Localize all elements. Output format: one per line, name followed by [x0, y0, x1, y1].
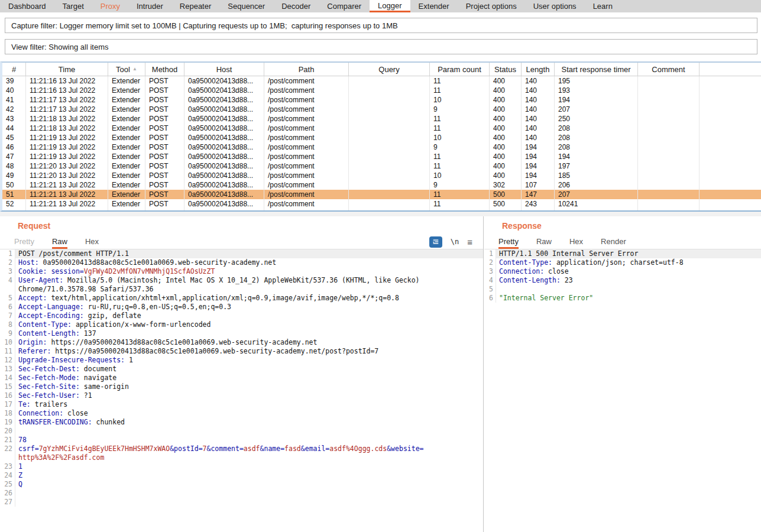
request-line: 2Host: 0a9500020413d88ac08c5c1e001a0069.… — [0, 258, 483, 267]
request-line-text: Accept-Encoding: gzip, deflate — [15, 312, 483, 320]
cell-host: 0a9500020413d88... — [184, 180, 264, 190]
table-row[interactable]: 4411:21:18 13 Jul 2022ExtenderPOST0a9500… — [2, 124, 761, 133]
response-line: 1HTTP/1.1 500 Internal Server Error — [484, 249, 761, 258]
table-row[interactable]: 5111:21:21 13 Jul 2022ExtenderPOST0a9500… — [2, 190, 761, 199]
table-row[interactable]: 4811:21:20 13 Jul 2022ExtenderPOST0a9500… — [2, 161, 761, 171]
editor-menu-icon[interactable]: ≡ — [467, 237, 472, 247]
request-line-text: Te: trailers — [15, 400, 483, 409]
table-row[interactable]: 5211:21:21 13 Jul 2022ExtenderPOST0a9500… — [2, 199, 761, 209]
cell-length: 140 — [522, 133, 555, 142]
line-number: 23 — [0, 462, 15, 471]
table-row[interactable]: 4011:21:16 13 Jul 2022ExtenderPOST0a9500… — [2, 86, 761, 95]
pretty-print-button[interactable] — [429, 236, 442, 248]
table-row[interactable]: 4911:21:20 13 Jul 2022ExtenderPOST0a9500… — [2, 171, 761, 180]
column-header-comment[interactable]: Comment — [638, 63, 700, 76]
table-row[interactable]: 3911:21:16 13 Jul 2022ExtenderPOST0a9500… — [2, 76, 761, 86]
cell--: 46 — [2, 142, 26, 152]
response-line-text: Content-Length: 23 — [496, 276, 761, 285]
cell-query — [349, 86, 430, 95]
response-tab-raw[interactable]: Raw — [536, 237, 552, 249]
cell-query — [349, 180, 430, 190]
cell--: 50 — [2, 180, 26, 190]
response-tab-pretty[interactable]: Pretty — [498, 237, 519, 249]
request-line: 14Sec-Fetch-Mode: navigate — [0, 374, 483, 382]
cell-start-response-timer: 207 — [555, 190, 638, 199]
table-row[interactable]: 4211:21:17 13 Jul 2022ExtenderPOST0a9500… — [2, 105, 761, 114]
tab-decoder[interactable]: Decoder — [273, 0, 319, 12]
newline-toggle-icon[interactable]: \n — [451, 238, 459, 246]
cell-comment — [638, 76, 700, 86]
tab-learn[interactable]: Learn — [585, 0, 621, 12]
request-tab-pretty[interactable]: Pretty — [14, 237, 34, 249]
cell--: 39 — [2, 76, 26, 86]
request-line: 10Origin: https://0a9500020413d88ac08c5c… — [0, 338, 483, 347]
request-tab-hex[interactable]: Hex — [85, 237, 99, 249]
column-header-host[interactable]: Host — [184, 63, 264, 76]
request-editor-toolbar: \n ≡ — [429, 235, 472, 249]
cell-param-count: 11 — [430, 124, 490, 133]
line-number — [0, 453, 15, 462]
cell-start-response-timer: 208 — [555, 142, 638, 152]
request-tab-raw[interactable]: Raw — [52, 237, 67, 249]
column-header-path[interactable]: Path — [264, 63, 349, 76]
tab-extender[interactable]: Extender — [410, 0, 458, 12]
cell--: 40 — [2, 86, 26, 95]
tab-project-options[interactable]: Project options — [458, 0, 525, 12]
cell-tool: Extender — [108, 180, 145, 190]
capture-filter-text: Capture filter: Logger memory limit set … — [5, 21, 398, 30]
column-header-time[interactable]: Time — [26, 63, 108, 76]
capture-filter-bar[interactable]: Capture filter: Logger memory limit set … — [5, 18, 757, 33]
view-filter-bar[interactable]: View filter: Showing all items — [5, 39, 757, 54]
request-line: 24Z — [0, 471, 483, 480]
column-header-tool[interactable]: Tool▲ — [108, 63, 145, 76]
table-row[interactable]: 5011:21:21 13 Jul 2022ExtenderPOST0a9500… — [2, 180, 761, 190]
request-line-text: Sec-Fetch-User: ?1 — [15, 391, 483, 400]
column-header-start-response-timer[interactable]: Start response timer — [555, 63, 638, 76]
line-number — [0, 285, 15, 294]
cell-length: 194 — [522, 142, 555, 152]
tab-dashboard[interactable]: Dashboard — [0, 0, 54, 12]
response-line: 2Content-Type: application/json; charset… — [484, 258, 761, 267]
column-header-label: Length — [526, 65, 550, 74]
column-header-query[interactable]: Query — [349, 63, 430, 76]
line-number: 4 — [0, 276, 15, 285]
cell-time: 11:21:17 13 Jul 2022 — [26, 105, 108, 114]
table-row[interactable]: 4711:21:19 13 Jul 2022ExtenderPOST0a9500… — [2, 152, 761, 161]
cell-status: 400 — [490, 76, 522, 86]
tab-user-options[interactable]: User options — [525, 0, 585, 12]
response-tab-hex[interactable]: Hex — [569, 237, 583, 249]
response-tab-render[interactable]: Render — [601, 237, 626, 249]
tab-comparer[interactable]: Comparer — [319, 0, 370, 12]
column-header--[interactable]: # — [2, 63, 26, 76]
cell-query — [349, 161, 430, 171]
tab-intruder[interactable]: Intruder — [128, 0, 171, 12]
response-editor[interactable]: 1HTTP/1.1 500 Internal Server Error2Cont… — [484, 249, 761, 532]
line-number: 21 — [0, 436, 15, 445]
column-header-param-count[interactable]: Param count — [430, 63, 490, 76]
request-line: 4User-Agent: Mozilla/5.0 (Macintosh; Int… — [0, 276, 483, 285]
line-number: 27 — [0, 498, 15, 507]
tab-repeater[interactable]: Repeater — [171, 0, 219, 12]
cell-host: 0a9500020413d88... — [184, 190, 264, 199]
tab-target[interactable]: Target — [54, 0, 92, 12]
tab-logger[interactable]: Logger — [370, 0, 410, 12]
tab-proxy[interactable]: Proxy — [92, 0, 128, 12]
column-header-label: Time — [59, 65, 75, 74]
line-number: 8 — [0, 320, 15, 329]
request-line-text: Chrome/71.0.3578.98 Safari/537.36 — [15, 285, 483, 294]
table-row[interactable]: 4311:21:18 13 Jul 2022ExtenderPOST0a9500… — [2, 114, 761, 124]
table-row[interactable]: 4511:21:19 13 Jul 2022ExtenderPOST0a9500… — [2, 133, 761, 142]
request-line-text: 1 — [15, 462, 483, 471]
table-row[interactable]: 4111:21:17 13 Jul 2022ExtenderPOST0a9500… — [2, 95, 761, 105]
column-header-status[interactable]: Status — [490, 63, 522, 76]
message-panels: Request PrettyRawHex \n ≡ 1POST /post/co… — [0, 216, 761, 532]
table-row[interactable]: 4611:21:19 13 Jul 2022ExtenderPOST0a9500… — [2, 142, 761, 152]
cell-tool: Extender — [108, 171, 145, 180]
request-editor[interactable]: 1POST /post/comment HTTP/1.12Host: 0a950… — [0, 249, 483, 532]
tab-sequencer[interactable]: Sequencer — [219, 0, 273, 12]
cell-length: 194 — [522, 152, 555, 161]
column-header-method[interactable]: Method — [145, 63, 184, 76]
cell-time: 11:21:19 13 Jul 2022 — [26, 142, 108, 152]
cell-tool: Extender — [108, 142, 145, 152]
column-header-length[interactable]: Length — [522, 63, 555, 76]
